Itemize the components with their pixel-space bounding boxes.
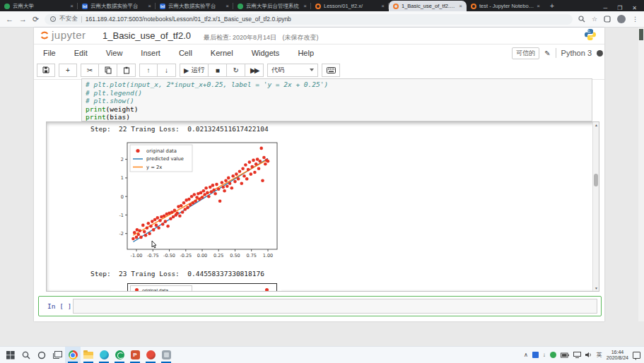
jupyter-logo[interactable]: jupyter (40, 29, 86, 41)
add-cell-button[interactable]: + (59, 64, 77, 77)
tab-title: 云南大数据实验平台 (90, 3, 145, 10)
output-scrollbar[interactable]: ▲ ▼ (592, 122, 599, 291)
svg-text:-0.75: -0.75 (147, 253, 159, 258)
tray-date: 2020/8/24 (607, 355, 628, 361)
browser-action-icons: ☆ ⋮ (578, 15, 638, 23)
bookmark-star-icon[interactable]: ☆ (592, 16, 597, 23)
menu-file[interactable]: File (34, 49, 65, 57)
notebook-title[interactable]: 1_Basic_use_of_tf2.0 (103, 30, 191, 41)
command-palette-button[interactable] (322, 64, 340, 77)
task-view-icon[interactable] (49, 347, 65, 363)
browser-tab-active[interactable]: 1_Basic_use_of_tf2.0 - Jupyter × (389, 1, 467, 11)
monitor-icon[interactable] (573, 352, 581, 358)
browser-menu-icon[interactable]: ⋮ (632, 16, 638, 23)
svg-text:0.50: 0.50 (230, 253, 240, 258)
kernel-name[interactable]: Python 3 (561, 49, 592, 57)
address-bar[interactable]: i 不安全 161.189.42.107:5003/notebooks/Less… (45, 14, 573, 25)
start-button[interactable] (3, 347, 18, 363)
output-step-22: Step: 22 Traing Loss: 0.0213245116174221… (90, 125, 269, 133)
green-app-icon[interactable] (112, 347, 127, 363)
tray-green-app-icon[interactable] (550, 352, 556, 358)
menu-kernel[interactable]: Kernel (201, 49, 242, 57)
restart-run-all-button[interactable]: ▶▶ (245, 64, 264, 77)
cortana-icon[interactable] (34, 347, 49, 363)
back-button[interactable]: ← (6, 16, 13, 23)
gray-app-icon[interactable] (158, 347, 174, 363)
tab-close-icon[interactable]: × (226, 3, 229, 9)
windows-taskbar: P ∧ ↓ 英 16:44 2020/8/24 (0, 346, 644, 363)
browser-tab-4[interactable]: 云南大学后台管理系统 × (233, 1, 311, 11)
browser-scrollbar[interactable] (638, 28, 644, 321)
code-builtin: print (86, 113, 106, 121)
battery-icon[interactable] (561, 352, 569, 358)
scroll-down-arrow[interactable]: ▼ (594, 286, 599, 290)
svg-text:2: 2 (121, 157, 124, 162)
move-cell-down-button[interactable]: ↓ (158, 64, 176, 77)
reload-button[interactable]: ⟳ (33, 16, 39, 23)
trusted-button[interactable]: 可信的 (512, 47, 539, 59)
browser-tab-2[interactable]: bd 云南大数据实验平台 × (78, 1, 156, 11)
move-cell-up-button[interactable]: ↑ (139, 64, 158, 77)
restart-kernel-button[interactable]: ↻ (227, 64, 245, 77)
interrupt-kernel-button[interactable]: ■ (209, 64, 227, 77)
empty-code-cell[interactable]: In [ ]: (38, 296, 602, 316)
menu-edit[interactable]: Edit (65, 49, 97, 57)
profile-avatar[interactable] (617, 15, 626, 23)
red-app-icon[interactable] (143, 347, 158, 363)
extensions-icon[interactable] (604, 16, 611, 23)
new-tab-button[interactable]: + (550, 2, 554, 10)
tab-close-icon[interactable]: × (381, 3, 385, 9)
tab-title: 云南大数据实验平台 (168, 3, 223, 10)
tray-blue-app-icon[interactable] (532, 352, 539, 358)
menu-insert[interactable]: Insert (131, 49, 170, 57)
search-icon[interactable] (18, 347, 34, 363)
output-scroll-area[interactable]: Step: 22 Traing Loss: 0.0213245116174221… (46, 121, 599, 292)
menu-widgets[interactable]: Widgets (242, 49, 289, 57)
browser-tab-1[interactable]: 云南大学 × (0, 1, 78, 11)
screen: 云南大学 × bd 云南大数据实验平台 × bd 云南大数据实验平台 × 云南大… (0, 0, 644, 363)
cut-cell-button[interactable]: ✂ (81, 64, 99, 77)
browser-scrollbar-thumb[interactable] (639, 29, 643, 40)
file-explorer-icon[interactable] (81, 347, 96, 363)
paste-cell-button[interactable] (117, 64, 136, 77)
browser-tab-3[interactable]: bd 云南大数据实验平台 × (156, 1, 233, 11)
powerpoint-icon[interactable]: P (127, 347, 143, 363)
tab-close-icon[interactable]: × (148, 3, 151, 9)
forward-button[interactable]: → (19, 16, 27, 23)
menu-help[interactable]: Help (288, 49, 323, 57)
svg-text:0.25: 0.25 (213, 253, 223, 258)
save-button[interactable] (37, 64, 55, 77)
tray-download-icon[interactable]: ↓ (543, 352, 546, 358)
ime-indicator[interactable]: 英 (597, 351, 602, 359)
tray-expand-icon[interactable]: ∧ (524, 352, 528, 358)
scroll-up-arrow[interactable]: ▲ (594, 123, 599, 127)
cell-type-select[interactable]: 代码 (267, 64, 318, 77)
menu-view[interactable]: View (97, 49, 132, 57)
browser-tab-5[interactable]: Lesson/01_tf2.x/ × (311, 1, 389, 11)
copy-cell-button[interactable] (99, 64, 117, 77)
edge-icon[interactable] (96, 347, 112, 363)
window-maximize-button[interactable]: ❐ (617, 5, 622, 11)
window-close-button[interactable]: ✕ (632, 5, 637, 11)
bd-favicon: bd (160, 4, 165, 9)
menu-cell[interactable]: Cell (170, 49, 201, 57)
info-icon[interactable]: i (50, 16, 56, 22)
action-center-icon[interactable] (633, 352, 640, 359)
browser-tab-7[interactable]: test - Jupyter Notebook × (467, 1, 544, 11)
clock[interactable]: 16:44 2020/8/24 (607, 350, 628, 361)
run-cell-button[interactable]: ▶ 运行 (180, 64, 209, 77)
tab-close-icon[interactable]: × (303, 3, 307, 9)
chrome-taskbar-icon[interactable] (65, 347, 81, 363)
code-cell-input[interactable]: # plt.plot(input_x, 2*input_x+0.25, labe… (81, 78, 592, 121)
checkpoint-text: 最后检查: 2020年8月14日 (204, 34, 276, 41)
tab-close-icon[interactable]: × (459, 3, 462, 9)
security-label: 不安全 (59, 15, 78, 23)
window-minimize-button[interactable]: ─ (603, 5, 607, 11)
zoom-icon[interactable] (578, 16, 585, 23)
scrollbar-thumb[interactable] (594, 174, 598, 186)
tab-close-icon[interactable]: × (537, 3, 540, 9)
volume-icon[interactable] (585, 352, 592, 358)
empty-cell-input[interactable] (73, 299, 597, 314)
site-favicon (4, 4, 10, 9)
tab-close-icon[interactable]: × (70, 3, 74, 9)
